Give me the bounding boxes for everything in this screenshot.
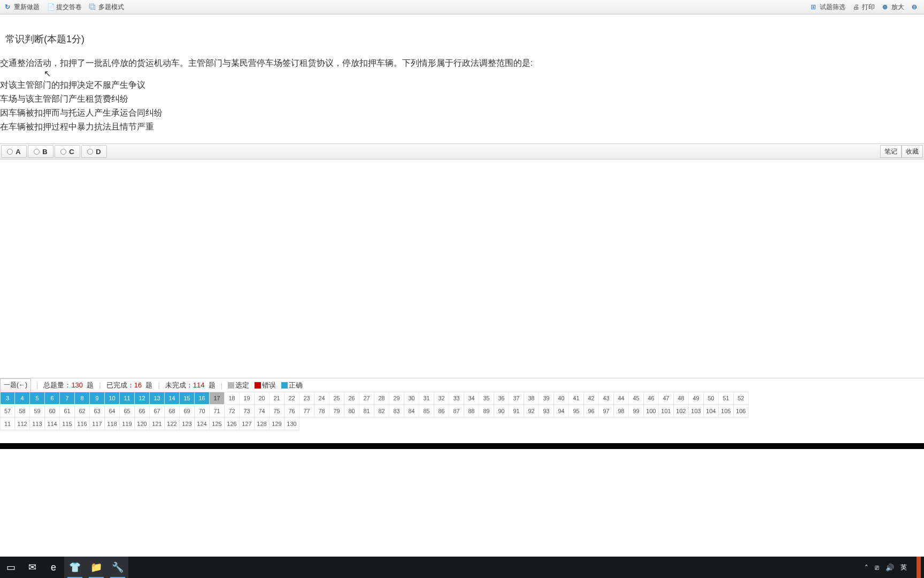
prev-question-button[interactable]: 一题(←) [0,378,31,392]
question-cell[interactable]: 46 [644,392,659,405]
question-cell[interactable]: 94 [554,405,569,417]
question-cell[interactable]: 22 [284,392,299,405]
question-cell[interactable]: 86 [434,405,449,417]
question-cell[interactable]: 77 [299,405,314,417]
question-cell[interactable]: 7 [60,392,75,405]
question-cell[interactable]: 47 [659,392,674,405]
question-cell[interactable]: 19 [240,392,255,405]
question-cell[interactable]: 112 [15,417,30,430]
question-cell[interactable]: 113 [30,417,45,430]
question-cell[interactable]: 91 [509,405,524,417]
question-cell[interactable]: 34 [464,392,479,405]
question-cell[interactable]: 84 [404,405,419,417]
question-cell[interactable]: 120 [135,417,150,430]
question-cell[interactable]: 104 [704,405,719,417]
question-cell[interactable]: 16 [195,392,210,405]
answer-a[interactable]: A [1,145,27,158]
print-button[interactable]: 打印 [849,0,879,14]
question-cell[interactable]: 10 [105,392,120,405]
task-view-button[interactable]: ▭ [0,557,21,578]
question-cell[interactable]: 115 [60,417,75,430]
question-cell[interactable]: 121 [150,417,165,430]
question-cell[interactable]: 66 [135,405,150,417]
question-cell[interactable]: 85 [419,405,434,417]
filter-button[interactable]: 试题筛选 [807,0,849,14]
question-cell[interactable]: 88 [464,405,479,417]
question-cell[interactable]: 35 [479,392,494,405]
question-cell[interactable]: 79 [329,405,344,417]
question-cell[interactable]: 69 [180,405,195,417]
question-cell[interactable]: 30 [404,392,419,405]
question-cell[interactable]: 83 [389,405,404,417]
question-cell[interactable]: 60 [45,405,60,417]
question-cell[interactable]: 130 [284,417,299,430]
file-explorer[interactable]: 📁 [86,557,107,578]
question-cell[interactable]: 90 [494,405,509,417]
question-cell[interactable]: 119 [120,417,135,430]
question-cell[interactable]: 81 [359,405,374,417]
question-cell[interactable]: 71 [210,405,225,417]
ime-indicator[interactable]: 英 [900,563,907,572]
question-cell[interactable]: 15 [180,392,195,405]
question-cell[interactable]: 63 [90,405,105,417]
question-cell[interactable]: 80 [344,405,359,417]
question-cell[interactable]: 9 [90,392,105,405]
question-cell[interactable]: 93 [539,405,554,417]
question-cell[interactable]: 17 [210,392,225,405]
question-cell[interactable]: 31 [419,392,434,405]
question-cell[interactable]: 118 [105,417,120,430]
question-cell[interactable]: 14 [165,392,180,405]
question-cell[interactable]: 27 [359,392,374,405]
question-cell[interactable]: 5 [30,392,45,405]
question-cell[interactable]: 76 [284,405,299,417]
question-cell[interactable]: 58 [15,405,30,417]
question-cell[interactable]: 78 [314,405,329,417]
notification-center[interactable] [917,557,921,578]
question-cell[interactable]: 75 [270,405,284,417]
question-cell[interactable]: 51 [719,392,734,405]
question-cell[interactable]: 48 [674,392,689,405]
answer-c[interactable]: C [55,145,80,158]
question-cell[interactable]: 41 [569,392,584,405]
question-cell[interactable]: 68 [165,405,180,417]
mail-app[interactable]: ✉ [21,557,43,578]
question-cell[interactable]: 61 [60,405,75,417]
question-cell[interactable]: 116 [75,417,90,430]
question-cell[interactable]: 45 [629,392,644,405]
question-cell[interactable]: 12 [135,392,150,405]
question-cell[interactable]: 3 [0,392,15,405]
question-cell[interactable]: 124 [195,417,210,430]
app-2[interactable]: 🔧 [107,557,128,578]
question-cell[interactable]: 4 [15,392,30,405]
question-cell[interactable]: 13 [150,392,165,405]
volume-icon[interactable]: 🔊 [886,564,894,572]
multi-mode-button[interactable]: 多题模式 [86,0,128,14]
question-cell[interactable]: 26 [344,392,359,405]
question-cell[interactable]: 59 [30,405,45,417]
question-cell[interactable]: 52 [734,392,749,405]
question-cell[interactable]: 36 [494,392,509,405]
question-cell[interactable]: 24 [314,392,329,405]
question-cell[interactable]: 21 [270,392,284,405]
question-cell[interactable]: 73 [240,405,255,417]
answer-d[interactable]: D [81,145,107,158]
favorite-button[interactable]: 收藏 [902,145,923,158]
zoom-out-button[interactable] [908,0,923,14]
question-cell[interactable]: 6 [45,392,60,405]
question-cell[interactable]: 97 [599,405,614,417]
question-cell[interactable]: 33 [449,392,464,405]
question-cell[interactable]: 11 [0,417,15,430]
question-cell[interactable]: 65 [120,405,135,417]
question-cell[interactable]: 99 [629,405,644,417]
question-cell[interactable]: 128 [255,417,270,430]
question-cell[interactable]: 117 [90,417,105,430]
question-cell[interactable]: 40 [554,392,569,405]
redo-button[interactable]: 重新做题 [1,0,43,14]
question-cell[interactable]: 126 [225,417,240,430]
question-cell[interactable]: 92 [524,405,539,417]
zoom-button[interactable]: 放大 [879,0,908,14]
edge-browser[interactable]: e [43,557,64,578]
question-cell[interactable]: 44 [614,392,629,405]
question-cell[interactable]: 62 [75,405,90,417]
question-cell[interactable]: 89 [479,405,494,417]
